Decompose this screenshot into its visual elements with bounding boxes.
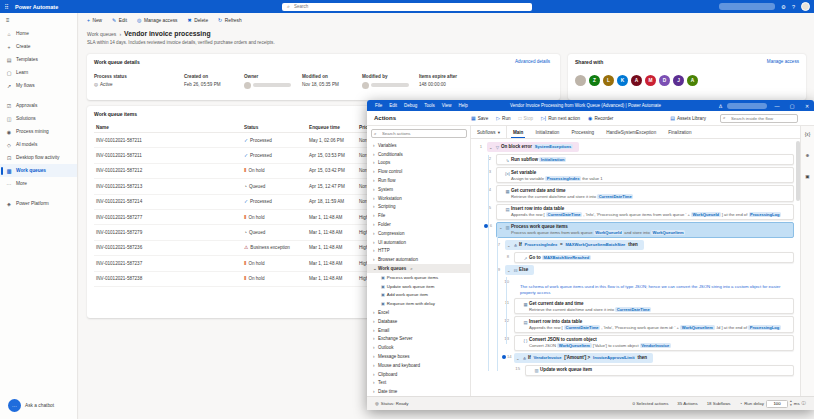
- action-card[interactable]: ⌄ ▤ Insert row into data table Appends t…: [514, 316, 794, 332]
- flow-action-row[interactable]: 11 ⌄ ▦ Get current date and time Retriev…: [502, 298, 798, 314]
- run-delay-input[interactable]: [766, 400, 788, 408]
- flow-action-row[interactable]: 10 ⌄ The schema of work queue items used…: [502, 277, 798, 296]
- row-gutter[interactable]: 4: [484, 185, 496, 192]
- menu-item[interactable]: Help: [459, 103, 468, 108]
- flow-action-row[interactable]: 7 ⌄ ⋔ If ProcessingIndex = MAXWorkQueueI…: [493, 240, 798, 250]
- shared-avatar[interactable]: D: [659, 75, 670, 86]
- flow-action-row[interactable]: 1 ⌄ ▽ On block error SystemExceptions: [475, 142, 798, 152]
- action-card[interactable]: ⌄ The schema of work queue items used in…: [514, 277, 796, 296]
- sidebar-item[interactable]: + Create: [0, 40, 77, 53]
- action-group[interactable]: Variables: [367, 141, 470, 150]
- command-button[interactable]: ✖ Delete: [188, 17, 209, 23]
- column-header-status[interactable]: Status: [244, 125, 309, 130]
- action-group[interactable]: System: [367, 185, 470, 194]
- toolbar-button[interactable]: ▷| Run next action: [541, 115, 580, 121]
- subflow-tab[interactable]: Finalization: [662, 126, 697, 138]
- subflow-tab[interactable]: HandleSystemException: [600, 126, 662, 138]
- sidebar-item[interactable]: ⋯ More: [0, 177, 77, 190]
- sidebar-item[interactable]: ⌂ Home: [0, 27, 77, 40]
- action-group[interactable]: Loops: [367, 159, 470, 168]
- sidebar-item[interactable]: ↗ My flows: [0, 79, 77, 92]
- menu-item[interactable]: Debug: [404, 103, 417, 108]
- help-icon[interactable]: ?: [792, 4, 795, 10]
- row-gutter[interactable]: 6: [484, 222, 496, 229]
- action-card[interactable]: ⌄ ⊟ Else: [505, 265, 534, 275]
- subflow-tab[interactable]: Initialization: [529, 126, 565, 138]
- assets-library-button[interactable]: ▤ Assets Library: [670, 115, 706, 121]
- actions-search-input[interactable]: [371, 129, 467, 138]
- menu-item[interactable]: Tools: [424, 103, 435, 108]
- toolbar-button[interactable]: ◉ Recorder: [588, 115, 613, 121]
- pane-toggle-icon[interactable]: ▣: [805, 174, 809, 179]
- shared-avatar[interactable]: K: [617, 75, 628, 86]
- sidebar-toggle-icon[interactable]: ≡: [0, 13, 77, 27]
- action-group[interactable]: Excel: [367, 308, 470, 317]
- row-gutter[interactable]: 11: [502, 298, 514, 305]
- action-card[interactable]: ⌄ ▥ Process work queue items Process wor…: [496, 222, 794, 238]
- sidebar-item[interactable]: ◉ Process mining: [0, 125, 77, 138]
- row-gutter[interactable]: 9: [493, 265, 505, 272]
- command-button[interactable]: ◎ Manage access: [137, 17, 177, 23]
- stepper-icons[interactable]: ▴▾: [790, 400, 792, 406]
- row-gutter[interactable]: 3: [484, 167, 496, 174]
- action-group[interactable]: Mouse and keyboard: [367, 361, 470, 370]
- sidebar-item[interactable]: ▤ Templates: [0, 53, 77, 66]
- action-group[interactable]: Run flow: [367, 176, 470, 185]
- menu-item[interactable]: View: [442, 103, 452, 108]
- row-gutter[interactable]: 12: [502, 316, 514, 323]
- close-button[interactable]: ✕: [802, 100, 812, 111]
- action-item[interactable]: Add work queue item: [367, 291, 470, 300]
- row-gutter[interactable]: 5: [484, 204, 496, 211]
- action-card[interactable]: ⌄ ▦ Get current date and time Retrieve t…: [514, 298, 794, 314]
- sidebar-item[interactable]: ☑ Approvals: [0, 99, 77, 112]
- action-card[interactable]: ⌄ ▦ Get current date and time Retrieve t…: [496, 185, 794, 201]
- action-card[interactable]: ⌄ { } Convert JSON to custom object Conv…: [514, 335, 794, 351]
- action-group[interactable]: Outlook: [367, 343, 470, 352]
- action-group[interactable]: Workstation: [367, 194, 470, 203]
- row-gutter[interactable]: 8: [502, 252, 514, 259]
- toolbar-button[interactable]: ▷ Run: [496, 115, 510, 121]
- flow-action-row[interactable]: 5 ⌄ ▤ Insert row into data table Appends…: [484, 204, 798, 220]
- shared-avatar[interactable]: A: [687, 75, 698, 86]
- shared-avatar[interactable]: L: [603, 75, 614, 86]
- menu-item[interactable]: Edit: [389, 103, 397, 108]
- sidebar-item[interactable]: ◫ Solutions: [0, 112, 77, 125]
- sidebar-item[interactable]: ▢ Learn: [0, 66, 77, 79]
- action-group[interactable]: Text: [367, 379, 470, 388]
- action-group[interactable]: UI automation: [367, 238, 470, 247]
- flow-action-row[interactable]: 4 ⌄ ▦ Get current date and time Retrieve…: [484, 185, 798, 201]
- flow-search-input[interactable]: [720, 114, 798, 123]
- settings-gear-icon[interactable]: ⚙: [781, 4, 786, 10]
- shared-avatar[interactable]: A: [631, 75, 642, 86]
- notifications-bell-icon[interactable]: ∆: [719, 103, 722, 109]
- sidebar-item[interactable]: ⊡ Desktop flow activity: [0, 151, 77, 164]
- action-group[interactable]: Browser automation: [367, 255, 470, 264]
- subflows-dropdown[interactable]: Subflows ▾: [471, 126, 507, 138]
- breakpoint-dot[interactable]: [502, 355, 506, 359]
- shared-avatar[interactable]: M: [645, 75, 656, 86]
- command-button[interactable]: ↻ Refresh: [218, 17, 242, 23]
- breadcrumb-parent[interactable]: Work queues: [87, 31, 116, 37]
- action-card[interactable]: ⌄ ⋔ If ProcessingIndex = MAXWorkQueueIte…: [505, 240, 644, 250]
- row-gutter[interactable]: 13: [502, 335, 514, 342]
- manage-access-link[interactable]: Manage access: [767, 59, 799, 64]
- flow-action-row[interactable]: 14 ⌄ ⋔ If VendorInvoice ['Amount'] > Inv…: [502, 353, 798, 363]
- action-card[interactable]: ⌄ {x} Set variable Assign to variable Pr…: [496, 167, 794, 183]
- action-group[interactable]: Date time: [367, 387, 470, 396]
- flow-action-row[interactable]: 9 ⌄ ⊟ Else: [493, 265, 798, 275]
- action-group[interactable]: Clipboard: [367, 370, 470, 379]
- pane-toggle-icon[interactable]: {x}: [805, 132, 810, 137]
- action-group[interactable]: Compression: [367, 229, 470, 238]
- ask-chatbot-button[interactable]: ⋯ Ask a chatbot: [8, 399, 54, 412]
- shared-avatar[interactable]: Z: [589, 75, 600, 86]
- waffle-icon[interactable]: ⠿: [0, 0, 13, 13]
- toolbar-button[interactable]: □ Stop: [519, 115, 533, 121]
- action-item[interactable]: Process work queue items: [367, 273, 470, 282]
- account-avatar[interactable]: [801, 2, 810, 11]
- action-card[interactable]: ⌄ ▤ Insert row into data table Appends t…: [496, 204, 794, 220]
- flow-action-row[interactable]: 15 ⌄ ▥ Update work queue item: [513, 365, 798, 376]
- column-header-enqueue-time[interactable]: Enqueue time: [309, 125, 359, 130]
- menu-item[interactable]: File: [375, 103, 382, 108]
- action-item[interactable]: Update work queue item: [367, 282, 470, 291]
- flow-action-row[interactable]: 2 ⌄ ↳ Run subflow Initialization: [484, 154, 798, 165]
